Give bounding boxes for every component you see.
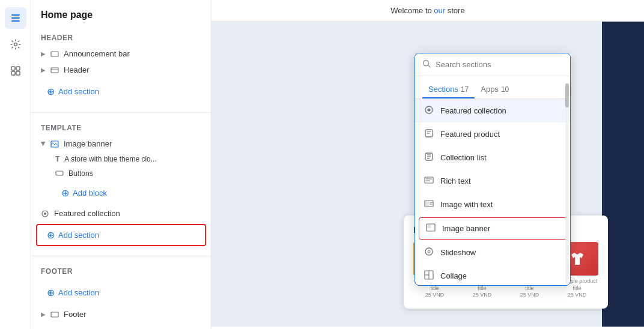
text-icon: T	[55, 155, 59, 163]
chevron-icon: ▶	[41, 67, 46, 73]
svg-rect-11	[51, 141, 58, 147]
add-section-icon-3: ⊕	[47, 287, 55, 298]
rich-text-icon	[424, 175, 434, 187]
section-item-image-with-text[interactable]: Image with text	[415, 193, 570, 216]
svg-rect-33	[427, 225, 431, 228]
chevron-down-icon: ▶	[40, 142, 47, 146]
svg-rect-25	[425, 177, 433, 183]
section-label-rich-text: Rich text	[440, 177, 471, 186]
collage-icon	[424, 270, 434, 282]
buttons-label: Buttons	[68, 169, 93, 178]
apps-tab-count: 10	[501, 85, 509, 94]
section-item-featured-product[interactable]: Featured product	[415, 122, 570, 146]
section-label-image-banner: Image banner	[442, 224, 490, 233]
buttons-icon	[55, 169, 64, 178]
announcement-bar-icon	[50, 50, 59, 58]
settings-icon-btn[interactable]	[5, 34, 26, 55]
divider-2	[31, 256, 211, 256]
content-icon-btn[interactable]	[5, 7, 26, 29]
footer-add-section-button[interactable]: ⊕ Add section	[36, 282, 206, 304]
apps-tab-label: Apps	[481, 85, 499, 94]
add-section-icon-2: ⊕	[47, 229, 55, 241]
image-banner-icon	[50, 140, 59, 148]
divider	[31, 112, 211, 113]
svg-rect-29	[425, 201, 429, 206]
svg-rect-0	[11, 14, 20, 16]
section-item-slideshow[interactable]: Slideshow	[415, 241, 570, 264]
svg-rect-4	[11, 67, 15, 70]
add-block-wrapper: ⊕ Add block	[31, 182, 211, 204]
page-title: Home page	[31, 0, 211, 25]
header-label: Header	[31, 30, 211, 46]
welcome-start: Welcome to	[390, 6, 434, 15]
announcement-bar-label: Announcement bar	[64, 49, 130, 58]
header-item-icon	[50, 66, 59, 74]
section-label-collection-list: Collection list	[440, 153, 487, 162]
header-item-label: Header	[64, 65, 90, 74]
svg-rect-6	[11, 71, 15, 75]
collection-list-icon	[424, 152, 434, 163]
sections-tab[interactable]: Sections 17	[422, 81, 475, 98]
add-block-icon: ⊕	[61, 187, 69, 199]
svg-point-14	[44, 213, 46, 215]
template-label: Template	[31, 120, 211, 136]
section-item-collection-list[interactable]: Collection list	[415, 146, 570, 169]
header-add-section-button[interactable]: ⊕ Add section	[36, 80, 206, 103]
svg-rect-9	[51, 68, 58, 73]
svg-point-19	[428, 109, 431, 112]
section-item-rich-text[interactable]: Rich text	[415, 169, 570, 193]
image-banner-item[interactable]: ▶ Image banner	[31, 136, 211, 152]
section-item-image-banner[interactable]: Image banner	[419, 217, 567, 240]
sections-tab-count: 17	[461, 85, 469, 94]
footer-icon	[50, 310, 59, 319]
sections-list: Featured collection Featured product Col…	[415, 99, 570, 285]
section-label-collage: Collage	[440, 271, 467, 280]
section-label-featured-collection: Featured collection	[440, 106, 506, 115]
section-label-featured-product: Featured product	[440, 130, 500, 139]
image-with-text-icon	[424, 199, 434, 210]
featured-collection-item[interactable]: Featured collection	[31, 205, 211, 222]
section-label-image-with-text: Image with text	[440, 200, 493, 209]
apps-icon-btn[interactable]	[5, 60, 26, 82]
scrollbar-track	[565, 83, 569, 284]
featured-product-icon	[424, 128, 434, 140]
svg-rect-2	[11, 20, 20, 22]
svg-rect-12	[56, 171, 63, 175]
footer-item[interactable]: ▶ Footer	[31, 306, 211, 322]
add-block-label: Add block	[73, 189, 107, 198]
svg-point-34	[425, 248, 433, 255]
apps-tab[interactable]: Apps 10	[475, 81, 515, 98]
featured-collection-icon	[424, 105, 434, 116]
search-box	[415, 53, 570, 76]
gear-icon	[10, 39, 21, 50]
header-item[interactable]: ▶ Header	[31, 62, 211, 78]
buttons-item[interactable]: Buttons	[31, 166, 211, 181]
chevron-icon-footer: ▶	[41, 311, 46, 318]
svg-point-3	[14, 43, 17, 46]
template-add-section-button[interactable]: ⊕ Add section	[36, 224, 206, 246]
announcement-bar-item[interactable]: ▶ Announcement bar	[31, 46, 211, 62]
featured-collection-icon	[41, 210, 49, 218]
section-item-featured-collection[interactable]: Featured collection	[415, 99, 570, 122]
svg-rect-15	[51, 312, 58, 317]
chevron-icon: ▶	[41, 50, 46, 57]
store-text-item: T A store with blue theme clo...	[31, 152, 211, 166]
shirt-icon-red	[568, 250, 586, 268]
add-section-icon: ⊕	[47, 86, 55, 97]
svg-point-35	[428, 250, 430, 253]
footer-add-section-label: Add section	[58, 288, 99, 297]
preview-area: Welcome to our store Featured collection	[211, 0, 644, 329]
section-item-collage[interactable]: Collage	[415, 264, 570, 285]
dropdown-tabs: Sections 17 Apps 10	[415, 76, 570, 99]
featured-collection-label: Featured collection	[54, 209, 120, 218]
section-label-slideshow: Slideshow	[440, 248, 476, 257]
search-icon	[422, 59, 431, 70]
search-input[interactable]	[436, 60, 563, 69]
scrollbar-thumb[interactable]	[565, 83, 569, 107]
add-section-label: Add section	[58, 87, 99, 96]
add-block-button[interactable]: ⊕ Add block	[50, 182, 211, 204]
our-link[interactable]: our	[434, 6, 445, 15]
add-section-dropdown: Sections 17 Apps 10 Featured collection …	[415, 53, 571, 286]
template-section-group: Template ▶ Image banner T A store with b…	[31, 115, 211, 253]
apps-grid-icon	[10, 65, 21, 76]
